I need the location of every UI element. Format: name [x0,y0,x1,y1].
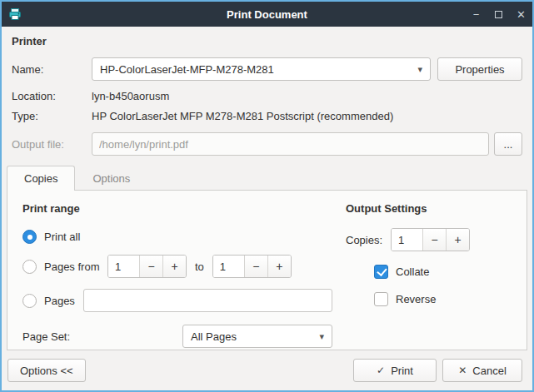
print-all-row: Print all [22,230,332,244]
chevron-down-icon: ▾ [312,331,324,342]
plus-icon[interactable]: + [162,256,186,277]
properties-button[interactable]: Properties [437,57,522,81]
minimize-button[interactable]: − [465,2,487,27]
print-all-label: Print all [44,231,80,243]
printer-app-icon [8,7,22,21]
chevron-down-icon: ▾ [411,64,422,75]
pages-from-value[interactable]: 1 [108,256,139,277]
printer-name-combobox[interactable]: HP-ColorLaserJet-MFP-M278-M281 ▾ [92,57,431,81]
pages-to-value[interactable]: 1 [213,256,244,277]
reverse-label: Reverse [396,293,436,305]
maximize-button[interactable] [487,2,510,27]
output-file-entry[interactable] [92,132,489,156]
cancel-button-label: Cancel [472,365,506,377]
browse-button[interactable]: ... [494,132,522,156]
output-file-label: Output file: [12,138,92,151]
notebook: Copies Options Print range Print all Pag… [7,166,527,350]
print-button[interactable]: ✓ Print [353,359,437,382]
pages-from-label: Pages from [44,261,107,273]
tab-options[interactable]: Options [75,166,147,190]
collate-row: Collate [374,263,512,280]
window-title: Print Document [2,8,532,21]
output-file-input[interactable] [99,138,482,151]
pages-to-spinner: 1 − + [212,255,292,278]
copies-value[interactable]: 1 [392,229,422,251]
print-all-radio[interactable] [22,230,37,244]
printer-type-value: HP ColorLaserJet MFP M278-M281 Postscrip… [92,110,393,122]
pages-from-radio[interactable] [22,260,37,274]
printer-location-label: Location: [12,90,92,102]
plus-icon[interactable]: + [446,229,469,251]
output-settings-group: Output Settings Copies: 1 − + Collate [332,199,512,340]
tabstrip: Copies Options [7,166,527,190]
page-set-value: All Pages [191,330,237,343]
print-range-group: Print range Print all Pages from 1 − + [22,199,332,340]
copies-row: Copies: 1 − + [346,228,512,251]
tab-copies[interactable]: Copies [7,166,75,191]
cancel-button[interactable]: ✕ Cancel [442,359,522,382]
printer-location-value: lyn-b450aorusm [92,90,169,102]
minimize-icon: − [473,8,480,21]
print-dialog-window: Print Document − ✕ Printer Name: HP-Colo… [0,0,534,392]
page-set-label: Page Set: [22,330,70,343]
options-toggle-button[interactable]: Options << [7,359,86,382]
dialog-footer: Options << ✓ Print ✕ Cancel [12,350,522,382]
minus-icon[interactable]: − [244,256,267,277]
pages-from-spinner: 1 − + [107,255,187,278]
pages-entry[interactable] [83,289,332,312]
page-set-combobox[interactable]: All Pages ▾ [182,325,332,348]
print-range-heading: Print range [22,202,332,215]
page-set-row: Page Set: All Pages ▾ [22,325,332,348]
pages-row: Pages [22,289,332,312]
minus-icon[interactable]: − [422,229,446,251]
printer-type-label: Type: [12,110,92,122]
output-settings-heading: Output Settings [346,202,512,215]
copies-tab-page: Print range Print all Pages from 1 − + [7,190,527,350]
printer-type-row: Type: HP ColorLaserJet MFP M278-M281 Pos… [12,107,522,124]
pages-radio[interactable] [22,294,37,308]
pages-label: Pages [44,295,75,307]
pages-from-row: Pages from 1 − + to 1 − + [22,255,332,278]
printer-section-heading: Printer [12,35,522,47]
titlebar[interactable]: Print Document − ✕ [2,2,532,27]
copies-spinner: 1 − + [391,228,470,251]
print-button-label: Print [391,365,413,377]
printer-name-label: Name: [12,63,92,76]
printer-name-row: Name: HP-ColorLaserJet-MFP-M278-M281 ▾ P… [12,57,522,81]
minus-icon[interactable]: − [139,256,162,277]
copies-label: Copies: [346,234,382,246]
close-icon: ✕ [517,8,526,21]
check-icon: ✓ [377,365,385,376]
collate-label: Collate [396,265,429,278]
x-icon: ✕ [458,365,467,376]
printer-location-row: Location: lyn-b450aorusm [12,87,522,104]
reverse-checkbox[interactable] [374,292,388,306]
printer-name-value: HP-ColorLaserJet-MFP-M278-M281 [100,63,274,76]
plus-icon[interactable]: + [267,256,291,277]
collate-checkbox[interactable] [374,265,388,279]
output-file-row: Output file: ... [12,132,522,156]
reverse-row: Reverse [374,290,512,307]
pages-to-label: to [195,261,204,273]
close-button[interactable]: ✕ [510,2,532,27]
dialog-body: Printer Name: HP-ColorLaserJet-MFP-M278-… [2,27,532,390]
maximize-icon [495,11,502,18]
pages-input[interactable] [91,295,325,307]
